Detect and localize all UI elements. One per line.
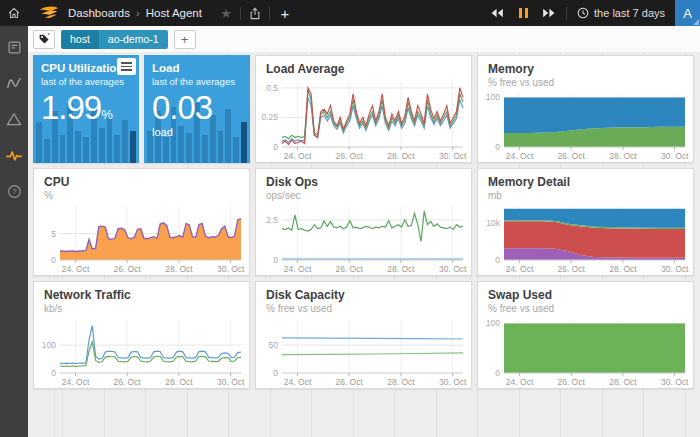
svg-text:100: 100 bbox=[42, 340, 56, 350]
panel-memory[interactable]: Memory % free vs used 010024. Oct26. Oct… bbox=[477, 55, 694, 163]
svg-text:30. Oct: 30. Oct bbox=[439, 151, 467, 161]
share-icon[interactable] bbox=[245, 0, 265, 26]
active-tag-group: host ao-demo-1 bbox=[61, 30, 168, 49]
breadcrumb-current: Host Agent bbox=[146, 7, 202, 19]
svg-text:0: 0 bbox=[273, 142, 278, 152]
tile-unit: load bbox=[152, 126, 242, 138]
svg-text:5: 5 bbox=[51, 228, 56, 238]
swap-used-chart[interactable]: 010024. Oct26. Oct28. Oct30. Oct bbox=[478, 315, 693, 388]
tile-unit: % bbox=[101, 107, 113, 122]
svg-text:24. Oct: 24. Oct bbox=[62, 377, 90, 387]
tag-host[interactable]: host bbox=[61, 30, 99, 49]
home-icon[interactable] bbox=[0, 0, 28, 26]
panel-swap-used[interactable]: Swap Used % free vs used 010024. Oct26. … bbox=[477, 281, 694, 389]
disk-ops-chart[interactable]: 02.524. Oct26. Oct28. Oct30. Oct bbox=[256, 202, 471, 275]
svg-text:24. Oct: 24. Oct bbox=[284, 377, 312, 387]
add-dashboard-button[interactable]: + bbox=[274, 5, 296, 22]
time-range-selector[interactable]: the last 7 days bbox=[571, 7, 675, 19]
time-range-label: the last 7 days bbox=[594, 7, 665, 19]
alerts-icon[interactable] bbox=[4, 110, 24, 128]
tag-star-icon: * bbox=[38, 33, 51, 46]
svg-text:0: 0 bbox=[51, 255, 56, 265]
rewind-icon[interactable] bbox=[484, 0, 510, 26]
panel-network-traffic[interactable]: Network Traffic kb/s 010024. Oct26. Oct2… bbox=[33, 281, 250, 389]
svg-text:0: 0 bbox=[495, 368, 500, 378]
svg-text:28. Oct: 28. Oct bbox=[165, 264, 193, 274]
pause-icon[interactable] bbox=[510, 0, 536, 26]
svg-text:?: ? bbox=[12, 187, 17, 196]
panel-title: Memory Detail bbox=[488, 176, 683, 190]
clock-icon bbox=[577, 7, 589, 19]
svg-text:24. Oct: 24. Oct bbox=[62, 264, 90, 274]
network-traffic-chart[interactable]: 010024. Oct26. Oct28. Oct30. Oct bbox=[34, 315, 249, 388]
svg-text:26. Oct: 26. Oct bbox=[557, 151, 585, 161]
svg-text:*: * bbox=[47, 33, 50, 38]
breadcrumb-separator: › bbox=[136, 7, 140, 19]
tag-filter-button[interactable]: * bbox=[33, 30, 55, 49]
panel-subtitle: % free vs used bbox=[266, 303, 461, 315]
panel-cpu-utilization-tile[interactable]: CPU Utilization last of the averages 1.9… bbox=[33, 55, 139, 163]
divider bbox=[240, 7, 241, 20]
panel-disk-ops[interactable]: Disk Ops ops/sec 02.524. Oct26. Oct28. O… bbox=[255, 168, 472, 276]
panel-memory-detail[interactable]: Memory Detail mb 010k24. Oct26. Oct28. O… bbox=[477, 168, 694, 276]
svg-text:100: 100 bbox=[486, 92, 500, 102]
svg-text:24. Oct: 24. Oct bbox=[506, 377, 534, 387]
tile-value: 1.99% bbox=[41, 91, 131, 126]
avatar[interactable]: A bbox=[675, 0, 700, 26]
tag-filter-bar: * host ao-demo-1 + bbox=[28, 26, 700, 52]
dashboards-icon[interactable] bbox=[4, 38, 24, 56]
tile-subtitle: last of the averages bbox=[41, 76, 131, 87]
panel-title: CPU bbox=[44, 176, 239, 190]
svg-text:30. Oct: 30. Oct bbox=[217, 264, 245, 274]
svg-text:0: 0 bbox=[51, 368, 56, 378]
svg-text:28. Oct: 28. Oct bbox=[609, 377, 637, 387]
tag-ao-demo-1[interactable]: ao-demo-1 bbox=[99, 30, 168, 49]
svg-text:30. Oct: 30. Oct bbox=[439, 264, 467, 274]
breadcrumb-dashboards[interactable]: Dashboards bbox=[68, 7, 130, 19]
svg-text:28. Oct: 28. Oct bbox=[387, 151, 415, 161]
panel-subtitle: % free vs used bbox=[488, 77, 683, 89]
panel-load-tile[interactable]: Load last of the averages 0.03 load bbox=[144, 55, 250, 163]
svg-text:24. Oct: 24. Oct bbox=[284, 151, 312, 161]
dashboard-canvas: CPU Utilization last of the averages 1.9… bbox=[28, 52, 700, 437]
svg-text:0.25: 0.25 bbox=[261, 112, 278, 122]
panel-cpu[interactable]: CPU % 0524. Oct26. Oct28. Oct30. Oct bbox=[33, 168, 250, 276]
svg-text:26. Oct: 26. Oct bbox=[335, 264, 363, 274]
svg-text:50: 50 bbox=[269, 340, 279, 350]
svg-text:30. Oct: 30. Oct bbox=[661, 264, 689, 274]
memory-chart[interactable]: 010024. Oct26. Oct28. Oct30. Oct bbox=[478, 89, 693, 162]
panel-title: Swap Used bbox=[488, 289, 683, 303]
divider bbox=[566, 7, 567, 20]
svg-text:100: 100 bbox=[486, 318, 500, 328]
disk-capacity-chart[interactable]: 05024. Oct26. Oct28. Oct30. Oct bbox=[256, 315, 471, 388]
star-icon[interactable]: ★ bbox=[216, 0, 236, 26]
svg-text:30. Oct: 30. Oct bbox=[439, 377, 467, 387]
metrics-icon[interactable] bbox=[4, 74, 24, 92]
panel-title: Disk Ops bbox=[266, 176, 461, 190]
avatar-initial: A bbox=[683, 6, 692, 21]
help-icon[interactable]: ? bbox=[4, 182, 24, 200]
load-average-chart[interactable]: 00.250.524. Oct26. Oct28. Oct30. Oct bbox=[256, 77, 471, 162]
cpu-chart[interactable]: 0524. Oct26. Oct28. Oct30. Oct bbox=[34, 202, 249, 275]
svg-text:28. Oct: 28. Oct bbox=[609, 264, 637, 274]
tile-cell: CPU Utilization last of the averages 1.9… bbox=[33, 55, 250, 163]
svg-text:26. Oct: 26. Oct bbox=[113, 264, 141, 274]
svg-text:0: 0 bbox=[273, 368, 278, 378]
tile-value: 0.03 bbox=[152, 91, 242, 126]
svg-text:26. Oct: 26. Oct bbox=[335, 377, 363, 387]
sidebar-nav: ? bbox=[0, 26, 28, 437]
tile-subtitle: last of the averages bbox=[152, 76, 242, 87]
panel-disk-capacity[interactable]: Disk Capacity % free vs used 05024. Oct2… bbox=[255, 281, 472, 389]
tile-menu-button[interactable] bbox=[117, 58, 136, 75]
svg-text:0: 0 bbox=[495, 142, 500, 152]
panel-subtitle: % free vs used bbox=[488, 303, 683, 315]
add-tag-button[interactable]: + bbox=[174, 30, 196, 49]
memory-detail-chart[interactable]: 010k24. Oct26. Oct28. Oct30. Oct bbox=[478, 202, 693, 275]
svg-text:26. Oct: 26. Oct bbox=[335, 151, 363, 161]
svg-text:24. Oct: 24. Oct bbox=[506, 264, 534, 274]
svg-text:28. Oct: 28. Oct bbox=[609, 151, 637, 161]
host-agent-icon[interactable] bbox=[4, 146, 24, 164]
panel-load-average[interactable]: Load Average 00.250.524. Oct26. Oct28. O… bbox=[255, 55, 472, 163]
panel-subtitle: kb/s bbox=[44, 303, 239, 315]
fast-forward-icon[interactable] bbox=[536, 0, 562, 26]
